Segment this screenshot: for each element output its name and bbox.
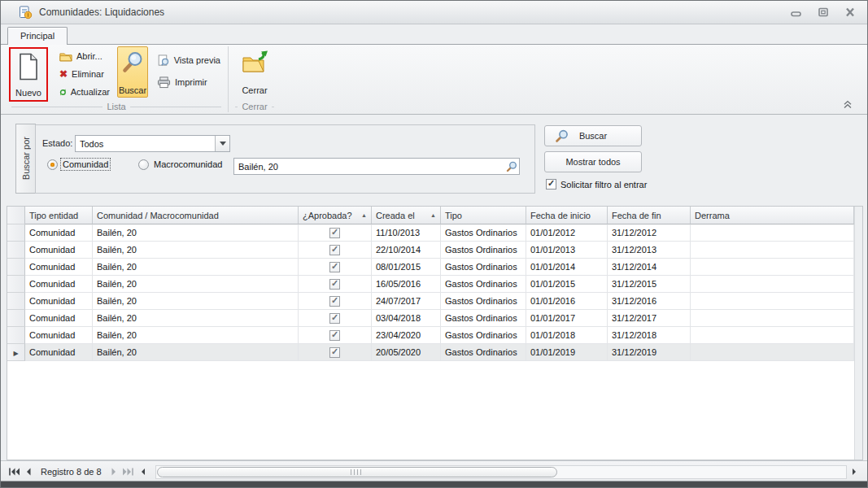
grid-cell[interactable] xyxy=(691,344,854,361)
row-selector[interactable] xyxy=(7,242,25,259)
aprobada-cell[interactable]: ✓ xyxy=(299,242,372,259)
aprobada-cell[interactable]: ✓ xyxy=(299,327,372,344)
grid-cell[interactable]: Bailén, 20 xyxy=(93,242,299,259)
grid-cell[interactable]: Gastos Ordinarios xyxy=(441,293,526,310)
cerrar-button[interactable]: Cerrar xyxy=(237,46,273,98)
grid-cell[interactable]: Bailén, 20 xyxy=(93,293,299,310)
grid-cell[interactable] xyxy=(691,293,854,310)
row-selector[interactable] xyxy=(7,310,25,327)
grid-cell[interactable]: Comunidad xyxy=(25,327,93,344)
row-selector[interactable] xyxy=(7,276,25,293)
grid-cell[interactable]: 01/01/2013 xyxy=(526,242,608,259)
grid-cell[interactable]: 08/01/2015 xyxy=(372,259,441,276)
mostrar-todos-button[interactable]: Mostrar todos xyxy=(544,151,642,172)
column-header[interactable]: Fecha de inicio xyxy=(526,207,608,224)
tab-principal[interactable]: Principal xyxy=(7,27,68,45)
grid-cell[interactable]: 01/01/2012 xyxy=(526,224,608,242)
grid-cell[interactable]: Gastos Ordinarios xyxy=(441,224,526,242)
restore-button[interactable] xyxy=(812,6,834,20)
radio-macrocomunidad[interactable]: Macrocomunidad xyxy=(138,159,224,170)
column-header[interactable]: ¿Aprobada?▲ xyxy=(299,207,372,224)
grid-cell[interactable]: 31/12/2015 xyxy=(608,276,691,293)
radio-comunidad[interactable]: Comunidad xyxy=(47,159,110,170)
grid-cell[interactable]: 31/12/2017 xyxy=(608,310,691,327)
estado-combobox[interactable]: Todos xyxy=(75,135,230,152)
previous-record-button[interactable] xyxy=(21,464,36,479)
grid-cell[interactable]: 01/01/2016 xyxy=(526,293,608,310)
grid-cell[interactable] xyxy=(691,310,854,327)
grid-cell[interactable]: 23/04/2020 xyxy=(372,327,441,344)
grid-cell[interactable]: 20/05/2020 xyxy=(372,344,441,361)
actualizar-button[interactable]: Actualizar xyxy=(56,84,113,100)
grid-cell[interactable]: 11/10/2013 xyxy=(372,224,441,242)
grid-cell[interactable]: Gastos Ordinarios xyxy=(441,310,526,327)
column-header[interactable]: Derrama xyxy=(691,207,854,224)
grid-cell[interactable]: Comunidad xyxy=(25,310,93,327)
row-selector[interactable] xyxy=(7,224,25,242)
grid-cell[interactable]: 16/05/2016 xyxy=(372,276,441,293)
grid-cell[interactable]: Bailén, 20 xyxy=(93,224,299,242)
grid-cell[interactable] xyxy=(691,276,854,293)
aprobada-cell[interactable]: ✓ xyxy=(299,276,372,293)
vertical-scrollbar-track[interactable] xyxy=(854,207,862,460)
grid-cell[interactable] xyxy=(691,224,854,242)
grid-cell[interactable]: 31/12/2014 xyxy=(608,259,691,276)
grid-cell[interactable]: Bailén, 20 xyxy=(93,276,299,293)
grid-cell[interactable]: Comunidad xyxy=(25,259,93,276)
grid-cell[interactable]: 03/04/2018 xyxy=(372,310,441,327)
scroll-right-button[interactable] xyxy=(847,464,861,479)
search-lookup-button[interactable] xyxy=(504,159,519,174)
grid-cell[interactable]: Gastos Ordinarios xyxy=(441,344,526,361)
buscar-ribbon-button[interactable]: Buscar xyxy=(117,46,148,98)
abrir-button[interactable]: Abrir... xyxy=(56,48,113,64)
row-selector[interactable] xyxy=(7,293,25,310)
buscar-button[interactable]: Buscar xyxy=(544,125,642,146)
grid-cell[interactable]: Comunidad xyxy=(25,224,93,242)
grid-cell[interactable]: Gastos Ordinarios xyxy=(441,259,526,276)
aprobada-cell[interactable]: ✓ xyxy=(299,310,372,327)
grid-cell[interactable]: 22/10/2014 xyxy=(372,242,441,259)
row-selector[interactable]: ▶ xyxy=(7,344,25,361)
grid-cell[interactable]: Comunidad xyxy=(25,242,93,259)
minimize-button[interactable] xyxy=(785,6,807,20)
grid-cell[interactable] xyxy=(691,242,854,259)
eliminar-button[interactable]: ✖ Eliminar xyxy=(56,66,113,82)
column-header[interactable]: Comunidad / Macrocomunidad xyxy=(93,207,299,224)
grid-cell[interactable]: Gastos Ordinarios xyxy=(441,327,526,344)
grid-cell[interactable]: Comunidad xyxy=(25,344,93,361)
aprobada-cell[interactable]: ✓ xyxy=(299,344,372,361)
column-header[interactable]: Tipo entidad xyxy=(25,207,93,224)
grid-cell[interactable]: 31/12/2019 xyxy=(608,344,691,361)
grid-cell[interactable]: Comunidad xyxy=(25,276,93,293)
grid-cell[interactable]: 31/12/2018 xyxy=(608,327,691,344)
grid-cell[interactable]: 01/01/2015 xyxy=(526,276,608,293)
horizontal-scrollbar[interactable] xyxy=(155,465,847,479)
grid-cell[interactable]: Bailén, 20 xyxy=(93,344,299,361)
imprimir-button[interactable]: Imprimir xyxy=(154,74,224,90)
grid-cell[interactable] xyxy=(691,327,854,344)
scroll-left-button[interactable] xyxy=(136,464,150,479)
grid-cell[interactable]: 24/07/2017 xyxy=(372,293,441,310)
buscar-por-side-tab[interactable]: Buscar por xyxy=(15,124,36,194)
last-record-button[interactable] xyxy=(121,464,136,479)
column-header[interactable]: Fecha de fin xyxy=(608,207,691,224)
aprobada-cell[interactable]: ✓ xyxy=(299,293,372,310)
column-header[interactable]: Tipo xyxy=(441,207,526,224)
row-selector[interactable] xyxy=(7,259,25,276)
scrollbar-thumb[interactable] xyxy=(157,467,557,477)
grid-cell[interactable]: 01/01/2014 xyxy=(526,259,608,276)
grid-cell[interactable]: Comunidad xyxy=(25,293,93,310)
grid-cell[interactable]: 01/01/2019 xyxy=(526,344,608,361)
grid-cell[interactable]: 01/01/2017 xyxy=(526,310,608,327)
vista-previa-button[interactable]: Vista previa xyxy=(154,52,224,68)
aprobada-cell[interactable]: ✓ xyxy=(299,224,372,242)
grid-cell[interactable]: Gastos Ordinarios xyxy=(441,242,526,259)
solicitar-filtro-checkbox[interactable]: ✓ Solicitar filtro al entrar xyxy=(546,179,647,190)
collapse-ribbon-button[interactable] xyxy=(843,100,854,110)
grid-cell[interactable]: 31/12/2016 xyxy=(608,293,691,310)
grid-cell[interactable]: 31/12/2012 xyxy=(608,224,691,242)
grid-cell[interactable]: Bailén, 20 xyxy=(93,259,299,276)
grid-cell[interactable]: Gastos Ordinarios xyxy=(441,276,526,293)
nuevo-button[interactable]: Nuevo xyxy=(11,49,46,100)
row-selector[interactable] xyxy=(7,327,25,344)
